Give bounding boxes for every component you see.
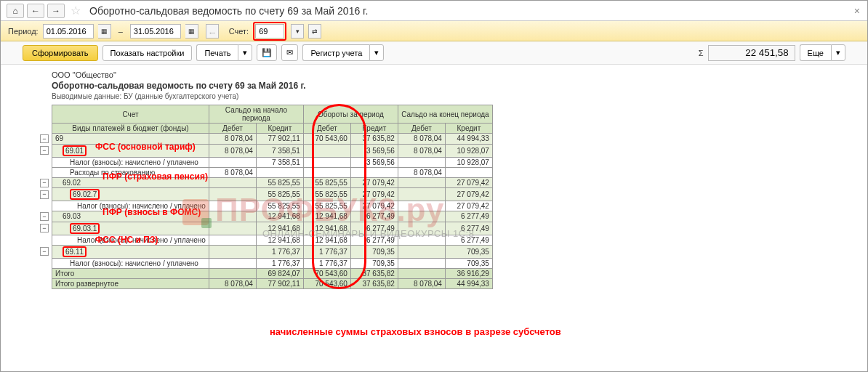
account-cell: 69.02 [52, 177, 209, 188]
sum-box: Σ Еще ▾ [699, 44, 845, 61]
num-cell [398, 245, 445, 258]
account-cell: 69.02.7 [52, 188, 209, 201]
table-row[interactable]: Налог (взносы): начислено / уплачено7 35… [37, 157, 492, 167]
num-cell [209, 211, 256, 222]
num-cell: 8 078,04 [398, 278, 445, 288]
num-cell: 77 902,11 [256, 278, 303, 288]
account-label: Счет: [229, 27, 249, 36]
num-cell: 12 941,68 [303, 222, 350, 235]
tree-toggle[interactable]: − [40, 247, 49, 256]
table-row[interactable]: Итого69 824,0770 543,6037 635,8236 916,2… [37, 268, 492, 278]
table-row[interactable]: −69.0312 941,6812 941,686 277,496 277,49 [37, 211, 492, 222]
tree-toggle[interactable]: − [40, 134, 49, 143]
more-button-group: Еще ▾ [800, 44, 845, 61]
table-row[interactable]: −69.02.755 825,5555 825,5527 079,4227 07… [37, 188, 492, 201]
num-cell [398, 177, 445, 188]
num-cell [303, 157, 350, 167]
report-table: Счет Сальдо на начало периода Обороты за… [37, 105, 493, 289]
print-button[interactable]: Печать [196, 44, 238, 61]
table-row[interactable]: −69.03.112 941,6812 941,686 277,496 277,… [37, 222, 492, 235]
period-label: Период: [8, 27, 39, 36]
num-cell [350, 167, 398, 177]
num-cell: 27 079,42 [350, 201, 398, 211]
num-cell [398, 258, 445, 268]
date-from-input[interactable] [43, 24, 94, 39]
num-cell: 6 277,49 [445, 222, 492, 235]
tree-toggle[interactable]: − [40, 190, 49, 199]
num-cell: 3 569,56 [350, 144, 398, 157]
table-row[interactable]: Налог (взносы): начислено / уплачено12 9… [37, 235, 492, 245]
num-cell: 27 079,42 [445, 201, 492, 211]
tree-toggle[interactable]: − [40, 224, 49, 232]
sigma-label: Σ [699, 49, 704, 57]
num-cell: 70 543,60 [303, 268, 350, 278]
account-cell: Налог (взносы): начислено / уплачено [52, 258, 209, 268]
register-button-group: Регистр учета ▾ [302, 44, 384, 61]
num-cell [398, 201, 445, 211]
favorite-icon[interactable]: ☆ [68, 4, 84, 17]
num-cell: 8 078,04 [209, 167, 256, 177]
save-icon-button[interactable]: 💾 [257, 44, 277, 61]
num-cell: 12 941,68 [256, 222, 303, 235]
num-cell: 8 078,04 [209, 144, 256, 157]
account-cell: Итого [52, 268, 209, 278]
table-row[interactable]: Расходы по страхованию8 078,048 078,04 [37, 167, 492, 177]
table-row[interactable]: Итого развернутое8 078,0477 902,1170 543… [37, 278, 492, 288]
num-cell: 709,35 [350, 258, 398, 268]
account-dropdown-button[interactable]: ▾ [291, 24, 304, 39]
account-cell: Расходы по страхованию [52, 167, 209, 177]
num-cell: 27 079,42 [445, 177, 492, 188]
th-credit-1: Кредит [256, 124, 303, 134]
date-to-input[interactable] [130, 24, 181, 39]
report-subtitle: Выводимые данные: БУ (данные бухгалтерск… [52, 91, 816, 100]
tree-toggle[interactable]: − [40, 212, 49, 221]
num-cell: 36 916,29 [445, 268, 492, 278]
register-dropdown[interactable]: ▾ [369, 44, 384, 61]
close-button[interactable]: × [854, 5, 860, 17]
num-cell: 12 941,68 [303, 211, 350, 222]
account-cell: Налог (взносы): начислено / уплачено [52, 235, 209, 245]
num-cell: 69 824,07 [256, 268, 303, 278]
account-link-button[interactable]: ⇄ [308, 24, 321, 39]
account-cell: 69 [52, 134, 209, 145]
more-button[interactable]: Еще [800, 44, 831, 61]
num-cell: 6 277,49 [445, 211, 492, 222]
calendar-to-icon[interactable]: ▦ [185, 24, 198, 39]
form-button[interactable]: Сформировать [23, 45, 98, 61]
th-period-start: Сальдо на начало периода [209, 105, 303, 124]
num-cell: 44 994,33 [445, 278, 492, 288]
num-cell: 55 825,55 [256, 188, 303, 201]
num-cell: 70 543,60 [303, 278, 350, 288]
table-row[interactable]: Налог (взносы): начислено / уплачено55 8… [37, 201, 492, 211]
register-button[interactable]: Регистр учета [302, 44, 369, 61]
num-cell [398, 211, 445, 222]
home-button[interactable]: ⌂ [7, 4, 24, 18]
num-cell [209, 268, 256, 278]
table-row[interactable]: Налог (взносы): начислено / уплачено1 77… [37, 258, 492, 268]
num-cell: 10 928,07 [445, 157, 492, 167]
tree-toggle[interactable]: − [40, 146, 49, 155]
table-row[interactable]: −69.111 776,371 776,37709,35709,35 [37, 245, 492, 258]
num-cell: 1 776,37 [256, 245, 303, 258]
period-ellipsis-button[interactable]: ... [206, 24, 219, 39]
titlebar: ⌂ ← → ☆ Оборотно-сальдовая ведомость по … [1, 1, 867, 21]
account-cell: 69.03 [52, 211, 209, 222]
back-button[interactable]: ← [27, 4, 44, 18]
show-settings-button[interactable]: Показать настройки [103, 45, 193, 61]
forward-button[interactable]: → [47, 4, 65, 18]
th-debit-3: Дебет [398, 124, 445, 134]
num-cell: 55 825,55 [303, 201, 350, 211]
num-cell [209, 245, 256, 258]
num-cell: 44 994,33 [445, 134, 492, 145]
calendar-from-icon[interactable]: ▦ [98, 24, 111, 39]
table-row[interactable]: −69.018 078,047 358,513 569,568 078,0410… [37, 144, 492, 157]
mail-icon-button[interactable]: ✉ [281, 44, 298, 61]
table-row[interactable]: −69.0255 825,5555 825,5527 079,4227 079,… [37, 177, 492, 188]
tree-toggle[interactable]: − [40, 179, 49, 187]
more-dropdown[interactable]: ▾ [831, 44, 845, 61]
account-input[interactable] [255, 24, 284, 39]
num-cell: 8 078,04 [398, 167, 445, 177]
num-cell [398, 235, 445, 245]
print-dropdown[interactable]: ▾ [238, 44, 252, 61]
table-row[interactable]: −698 078,0477 902,1170 543,6037 635,828 … [37, 134, 492, 145]
